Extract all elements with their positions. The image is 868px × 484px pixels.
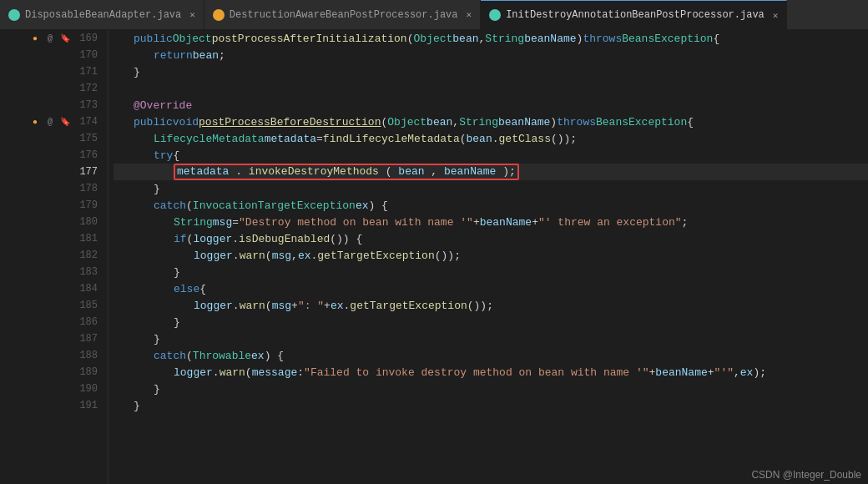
param-bean-177: bean — [398, 165, 424, 178]
rparen-174: ) — [550, 116, 557, 129]
plus-185: + — [291, 300, 298, 312]
at-icon-169: @ — [44, 33, 56, 44]
gutter-row-173: 173 — [0, 97, 101, 113]
annotation-173: @Override — [134, 99, 192, 112]
brace-190: } — [154, 383, 160, 396]
param-ex-185: ex — [331, 300, 344, 312]
gutter-row-184: 184 — [0, 280, 101, 297]
gutter-row-185: 185 — [0, 297, 101, 314]
param-bean-175: bean — [467, 133, 492, 145]
line-num-182: 182 — [74, 250, 98, 261]
comma-174: , — [452, 116, 459, 129]
plus-189: + — [649, 366, 656, 379]
eq-175: = — [316, 133, 323, 145]
lparen-188: ( — [186, 350, 193, 362]
tab-close-1[interactable]: ✕ — [189, 9, 195, 20]
type-string-180: String — [174, 216, 213, 229]
kw-public-169: public — [134, 33, 173, 45]
type-lm-175: LifecycleMetadata — [154, 133, 265, 145]
line-num-181: 181 — [74, 233, 98, 245]
paren-175: ( — [460, 133, 467, 145]
gutter-row-175: 175 — [0, 130, 101, 147]
line-num-188: 188 — [74, 350, 98, 361]
param-logger-189: logger — [174, 366, 213, 379]
param-msg-180: msg — [213, 216, 232, 229]
line-num-174: 174 — [74, 116, 98, 128]
brace-171: } — [134, 66, 140, 78]
fn-gettarget-185: getTargetException — [350, 300, 467, 312]
code-line-171: } — [114, 63, 868, 80]
code-line-186: } — [114, 314, 868, 330]
breakpoint-icon-174[interactable]: ● — [29, 116, 41, 128]
str-destroy-180: "Destroy method on bean with name '" — [239, 216, 473, 229]
gutter-row-180: 180 — [0, 214, 101, 230]
code-line-183: } — [114, 264, 868, 280]
param-metadata-177: metadata — [177, 165, 229, 178]
line-num-173: 173 — [74, 99, 98, 111]
editor-wrap: public Object postProcessAfterInitializa… — [108, 30, 868, 484]
breakpoint-icon-169[interactable]: ● — [29, 33, 41, 44]
brace-183: } — [174, 266, 180, 279]
line-num-172: 172 — [74, 83, 98, 94]
param-bean-170: bean — [193, 49, 219, 62]
param-metadata-175: metadata — [265, 133, 316, 145]
fn-postprocess-169: postProcessAfterInitialization — [212, 33, 407, 45]
kw-try-176: try — [154, 149, 173, 162]
tab-label-2: DestructionAwareBeanPostProcessor.java — [230, 9, 458, 21]
gutter-row-178: 178 — [0, 180, 101, 197]
code-line-177: metadata . invokeDestroyMethods ( bean ,… — [114, 164, 868, 180]
invoke-destroy-box-177: metadata . invokeDestroyMethods ( bean ,… — [174, 164, 519, 180]
tab-init-destroy[interactable]: InitDestroyAnnotationBeanPostProcessor.j… — [481, 0, 787, 29]
code-line-170: return bean ; — [114, 47, 868, 63]
fn-warn-189: warn — [220, 366, 245, 379]
semi-180: ; — [682, 216, 689, 229]
tab-icon-3 — [489, 9, 501, 21]
brace-184: { — [199, 283, 206, 295]
line-num-177: 177 — [74, 166, 98, 178]
code-line-175: LifecycleMetadata metadata = findLifecyc… — [114, 130, 868, 147]
bookmark-icon-174[interactable]: 🔖 — [59, 116, 71, 128]
rparen-188: ) { — [265, 350, 284, 362]
exception-169: BeansException — [622, 33, 713, 45]
param-ex-188: ex — [251, 350, 265, 362]
code-area[interactable]: public Object postProcessAfterInitializa… — [108, 30, 868, 484]
type-object-169: Object — [173, 33, 212, 45]
gutter-row-179: 179 — [0, 197, 101, 214]
type-str-169: String — [485, 33, 524, 45]
str-threw-180: "' threw an exception" — [538, 216, 682, 229]
paren-182: ()); — [435, 250, 461, 262]
dot2-185: . — [344, 300, 351, 312]
gutter-row-183: 183 — [0, 264, 101, 280]
code-line-184: else { — [114, 280, 868, 297]
code-line-190: } — [114, 381, 868, 397]
param-beanname-169: beanName — [524, 33, 576, 45]
tab-destruction-aware[interactable]: DestructionAwareBeanPostProcessor.java ✕ — [204, 0, 481, 29]
str-tick-189: "'" — [714, 366, 734, 379]
kw-catch-188: catch — [154, 350, 186, 362]
gutter-row-181: 181 — [0, 230, 101, 247]
line-num-185: 185 — [74, 300, 98, 311]
type-obj2-169: Object — [413, 33, 452, 45]
brace-187: } — [154, 333, 160, 345]
line-num-179: 179 — [74, 199, 98, 211]
tab-close-3[interactable]: ✕ — [773, 10, 779, 21]
bookmark-icon-169[interactable]: 🔖 — [59, 33, 71, 44]
line-num-180: 180 — [74, 216, 98, 228]
line-num-171: 171 — [74, 66, 98, 78]
lparen-179: ( — [186, 199, 193, 212]
param-bean-174: bean — [426, 116, 452, 129]
plus2-185: + — [324, 300, 331, 312]
rparen-189: ); — [753, 366, 766, 379]
paren-185: ()); — [467, 300, 493, 312]
kw-public-174: public — [134, 116, 173, 129]
gutter-row-172: 172 — [0, 80, 101, 97]
paren2-175: ()); — [551, 133, 577, 145]
line-num-190: 190 — [74, 383, 98, 395]
dot-181: . — [232, 233, 239, 245]
tab-close-2[interactable]: ✕ — [467, 9, 472, 20]
code-line-172 — [114, 80, 868, 97]
comma-177: , — [431, 165, 444, 178]
code-line-181: if ( logger . isDebugEnabled ()) { — [114, 230, 868, 247]
tab-label-3: InitDestroyAnnotationBeanPostProcessor.j… — [506, 9, 765, 21]
tab-disposable-bean[interactable]: DisposableBeanAdapter.java ✕ — [0, 0, 204, 29]
